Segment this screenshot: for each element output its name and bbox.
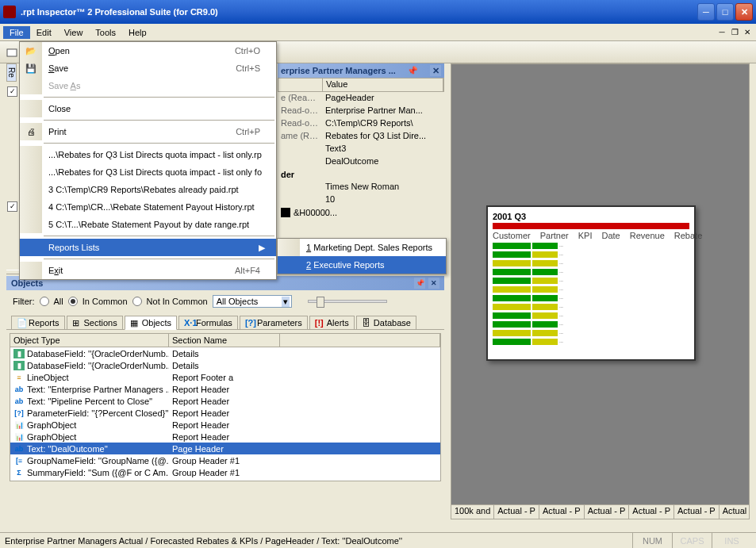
pin-icon[interactable]: 📌: [414, 278, 425, 289]
menu-print[interactable]: 🖨 Print Ctrl+P: [20, 123, 276, 140]
property-row[interactable]: Read-only)Enterprise Partner Man...: [278, 105, 444, 117]
preview-data-row: ---: [493, 242, 689, 250]
bottom-tab[interactable]: 100k and: [451, 505, 494, 519]
menu-exit[interactable]: Exit Alt+F4: [20, 262, 276, 279]
col-header-type[interactable]: Object Type: [10, 334, 169, 347]
mdi-close-button[interactable]: ✕: [742, 27, 753, 38]
table-row[interactable]: abText: ''DealOutcome''Page Header: [10, 443, 440, 454]
tab-alerts[interactable]: [!]Alerts: [309, 316, 355, 329]
submenu-marketing[interactable]: 1 Marketing Dept. Sales Reports: [278, 239, 446, 256]
bottom-tab[interactable]: Actual - P: [629, 505, 674, 519]
statusbar: Enterprise Partner Managers Actual / For…: [0, 532, 756, 548]
tab-reports[interactable]: 📄Reports: [11, 316, 65, 329]
col-header-section[interactable]: Section Name: [169, 334, 280, 347]
table-row[interactable]: ▮DatabaseField: ''{OracleOrderNumb...Det…: [10, 347, 440, 359]
slider-thumb[interactable]: [317, 297, 324, 308]
bottom-tab[interactable]: Actual - P: [494, 505, 539, 519]
menu-recent-3[interactable]: 3 C:\Temp\CR9 Reports\Rebates already pa…: [20, 181, 276, 198]
property-row[interactable]: DealOutcome: [278, 155, 444, 168]
radio-all-label: All: [54, 297, 63, 306]
preview-data-row: ---: [493, 251, 689, 259]
table-row[interactable]: ΣSummaryField: ''Sum ({@F or C Am...Grou…: [10, 466, 440, 478]
minimize-button[interactable]: ─: [697, 3, 715, 21]
submenu-executive[interactable]: 2 Executive Reports: [278, 256, 446, 274]
filter-combo[interactable]: All Objects: [213, 295, 292, 308]
menu-recent-5[interactable]: 5 C:\T...\Rebate Statement Payout by dat…: [20, 216, 276, 233]
menu-help[interactable]: Help: [122, 26, 153, 39]
bottom-tab[interactable]: Actual - P: [539, 505, 585, 519]
table-row[interactable]: 📊GraphObjectReport Header: [10, 419, 440, 431]
menu-open[interactable]: 📂 Open Ctrl+O: [20, 42, 276, 59]
checkbox-1[interactable]: ✓: [7, 86, 17, 97]
menu-tools[interactable]: Tools: [89, 26, 122, 39]
maximize-button[interactable]: □: [716, 3, 734, 21]
doc-title-bar: erprise Partner Managers ... 📌 ✕: [278, 63, 444, 78]
objects-panel: Objects 📌 ✕ Filter: All In Common Not In…: [6, 276, 444, 485]
property-row[interactable]: Read-only)C:\Temp\CR9 Reports\: [278, 117, 444, 130]
radio-incommon[interactable]: [68, 297, 78, 306]
table-row[interactable]: abText: ''Pipeline Percent to Close''Rep…: [10, 395, 440, 407]
window-title: .rpt Inspector™ 2 Professional Suite (fo…: [21, 7, 697, 17]
property-header-value: Value: [323, 79, 443, 91]
radio-notincommon[interactable]: [132, 297, 142, 306]
menu-view[interactable]: View: [58, 26, 90, 39]
bottom-tab[interactable]: Actual - P: [674, 505, 720, 519]
preview-pane: 2001 Q3 CustomerPartnerKPIDateRevenueReb…: [451, 63, 750, 519]
menu-close[interactable]: Close: [20, 100, 276, 117]
mdi-restore-button[interactable]: ❐: [729, 27, 740, 38]
tab-database[interactable]: 🗄Database: [356, 316, 416, 329]
menu-recent-4[interactable]: 4 C:\Temp\CR...\Rebate Statement Payout …: [20, 198, 276, 216]
doc-close-button[interactable]: ✕: [430, 65, 441, 76]
tabs-bar: 📄Reports ⊞Sections ▦Objects X·1Formulas …: [6, 312, 444, 330]
menu-save[interactable]: 💾 Save Ctrl+S: [20, 59, 276, 77]
table-row[interactable]: ≡LineObjectReport Footer a: [10, 371, 440, 383]
filter-bar: Filter: All In Common Not In Common All …: [6, 290, 444, 312]
bottom-tab[interactable]: Actual - P: [585, 505, 630, 519]
menu-edit[interactable]: Edit: [30, 26, 58, 39]
app-icon: [3, 6, 16, 18]
menu-reports-lists[interactable]: Reports Lists ▶: [20, 239, 276, 256]
checkbox-2[interactable]: ✓: [7, 201, 17, 212]
table-row[interactable]: ▮DatabaseField: ''{OracleOrderNumb...Det…: [10, 359, 440, 371]
menu-recent-1[interactable]: ...\Rebates for Q3 List Directs quota im…: [20, 146, 276, 163]
table-row[interactable]: [≡GroupNameField: ''GroupName ({@...Grou…: [10, 454, 440, 466]
bottom-tab[interactable]: Actual - P: [720, 505, 749, 519]
sections-icon: ⊞: [72, 318, 82, 328]
property-row-border[interactable]: &H00000...: [278, 206, 444, 219]
side-tab[interactable]: Re: [6, 63, 17, 82]
preview-title: 2001 Q3: [493, 212, 689, 221]
property-row[interactable]: ame (Rea...Rebates for Q3 List Dire...: [278, 130, 444, 143]
parameters-icon: [?]: [245, 318, 255, 328]
property-row[interactable]: Times New Roman: [278, 181, 444, 194]
table-row[interactable]: [?]ParameterField: ''{?Percent Closed}''…: [10, 407, 440, 419]
menu-save-as: Save As: [20, 77, 276, 94]
preview-data-row: ---: [493, 320, 689, 328]
preview-data-row: ---: [493, 303, 689, 311]
submenu-arrow-icon: ▶: [259, 243, 265, 253]
property-row[interactable]: e (Read-oPageHeader: [278, 92, 444, 105]
menu-recent-2[interactable]: ...\Rebates for Q3 List Directs quota im…: [20, 163, 276, 181]
pin-icon[interactable]: 📌: [407, 66, 418, 76]
preview-data-row: ---: [493, 268, 689, 276]
filter-label: Filter:: [13, 297, 35, 306]
preview-col-header: CustomerPartnerKPIDateRevenueRebate: [493, 231, 689, 240]
panel-close-button[interactable]: ✕: [428, 278, 439, 289]
mdi-minimize-button[interactable]: ─: [716, 27, 727, 38]
radio-all[interactable]: [40, 297, 49, 306]
grid-body[interactable]: ▮DatabaseField: ''{OracleOrderNumb...Det…: [10, 347, 440, 481]
table-row[interactable]: abText: ''Enterprise Partner Managers ..…: [10, 383, 440, 395]
table-row[interactable]: ΣSummaryField: ''Sum ({@F or C Am...Grou…: [10, 478, 440, 481]
reports-icon: 📄: [17, 318, 26, 328]
tab-parameters[interactable]: [?]Parameters: [240, 316, 308, 329]
table-row[interactable]: 📊GraphObjectReport Header: [10, 431, 440, 443]
tab-objects[interactable]: ▦Objects: [125, 316, 177, 330]
tab-sections[interactable]: ⊞Sections: [67, 316, 123, 329]
property-row[interactable]: Text3: [278, 143, 444, 155]
zoom-slider[interactable]: [308, 300, 387, 303]
status-ins: INS: [712, 533, 751, 548]
tab-formulas[interactable]: X·1Formulas: [178, 316, 238, 329]
close-button[interactable]: ✕: [735, 3, 753, 21]
menu-file[interactable]: File: [3, 26, 30, 39]
toolbar-button-1[interactable]: [3, 44, 21, 61]
property-row[interactable]: 10: [278, 194, 444, 206]
